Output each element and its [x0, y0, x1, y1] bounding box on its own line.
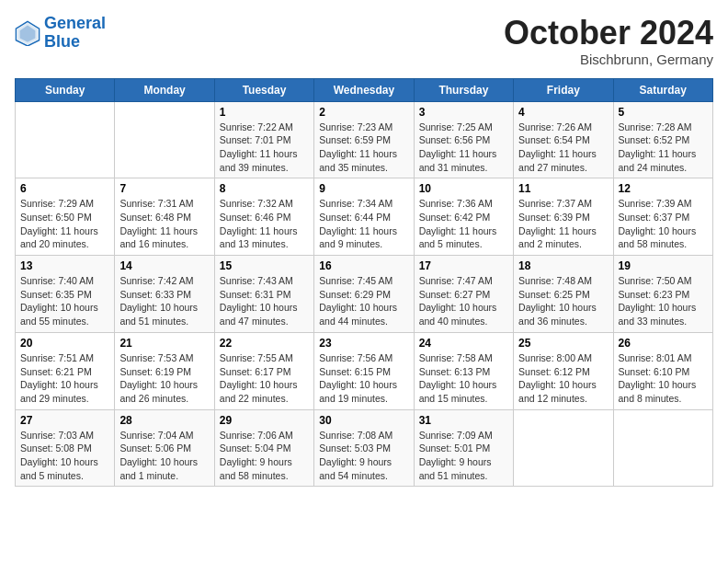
calendar-cell: 16Sunrise: 7:45 AM Sunset: 6:29 PM Dayli… [314, 256, 414, 333]
weekday-header: Friday [514, 78, 613, 101]
location: Bischbrunn, Germany [504, 52, 713, 67]
weekday-header: Wednesday [314, 78, 414, 101]
day-number: 15 [220, 259, 309, 272]
day-number: 4 [518, 106, 608, 119]
calendar-cell: 19Sunrise: 7:50 AM Sunset: 6:23 PM Dayli… [613, 256, 712, 333]
calendar-cell: 14Sunrise: 7:42 AM Sunset: 6:33 PM Dayli… [115, 256, 214, 333]
day-number: 28 [119, 414, 209, 427]
calendar-cell [514, 409, 613, 487]
day-number: 13 [20, 259, 109, 272]
calendar-cell: 15Sunrise: 7:43 AM Sunset: 6:31 PM Dayli… [214, 256, 313, 333]
day-info: Sunrise: 7:36 AM Sunset: 6:42 PM Dayligh… [419, 197, 508, 251]
calendar-cell: 5Sunrise: 7:28 AM Sunset: 6:52 PM Daylig… [613, 101, 712, 178]
day-number: 1 [220, 106, 309, 119]
day-number: 14 [119, 259, 209, 272]
day-info: Sunrise: 7:25 AM Sunset: 6:56 PM Dayligh… [419, 121, 508, 175]
day-number: 23 [319, 337, 408, 350]
calendar-week-row: 1Sunrise: 7:22 AM Sunset: 7:01 PM Daylig… [16, 101, 713, 178]
calendar-cell: 20Sunrise: 7:51 AM Sunset: 6:21 PM Dayli… [16, 332, 115, 409]
calendar-cell: 3Sunrise: 7:25 AM Sunset: 6:56 PM Daylig… [414, 101, 513, 178]
calendar-cell: 30Sunrise: 7:08 AM Sunset: 5:03 PM Dayli… [314, 409, 414, 487]
day-info: Sunrise: 7:09 AM Sunset: 5:01 PM Dayligh… [419, 429, 508, 483]
day-info: Sunrise: 8:00 AM Sunset: 6:12 PM Dayligh… [518, 351, 608, 406]
day-number: 11 [518, 182, 608, 195]
day-info: Sunrise: 7:55 AM Sunset: 6:17 PM Dayligh… [220, 351, 309, 406]
calendar-table: SundayMondayTuesdayWednesdayThursdayFrid… [15, 78, 713, 488]
day-info: Sunrise: 7:04 AM Sunset: 5:06 PM Dayligh… [119, 429, 209, 483]
calendar-week-row: 13Sunrise: 7:40 AM Sunset: 6:35 PM Dayli… [16, 256, 713, 333]
weekday-header: Thursday [414, 78, 513, 101]
day-number: 10 [419, 182, 508, 195]
calendar-cell: 9Sunrise: 7:34 AM Sunset: 6:44 PM Daylig… [314, 178, 414, 256]
day-number: 3 [419, 106, 508, 119]
day-number: 16 [319, 259, 408, 272]
day-info: Sunrise: 7:08 AM Sunset: 5:03 PM Dayligh… [319, 429, 408, 483]
day-info: Sunrise: 7:39 AM Sunset: 6:37 PM Dayligh… [619, 197, 708, 251]
calendar-cell [16, 101, 115, 178]
day-number: 7 [119, 182, 209, 195]
day-number: 30 [319, 414, 408, 427]
day-info: Sunrise: 8:01 AM Sunset: 6:10 PM Dayligh… [619, 351, 708, 406]
day-number: 12 [619, 182, 708, 195]
day-number: 18 [518, 259, 608, 272]
day-info: Sunrise: 7:03 AM Sunset: 5:08 PM Dayligh… [20, 429, 109, 483]
weekday-header-row: SundayMondayTuesdayWednesdayThursdayFrid… [16, 78, 713, 101]
calendar-cell: 23Sunrise: 7:56 AM Sunset: 6:15 PM Dayli… [314, 332, 414, 409]
calendar-cell: 21Sunrise: 7:53 AM Sunset: 6:19 PM Dayli… [115, 332, 214, 409]
logo-icon [15, 20, 40, 46]
day-info: Sunrise: 7:31 AM Sunset: 6:48 PM Dayligh… [119, 197, 209, 251]
page-header: GeneralBlue October 2024 Bischbrunn, Ger… [15, 15, 713, 67]
calendar-cell: 17Sunrise: 7:47 AM Sunset: 6:27 PM Dayli… [414, 256, 513, 333]
calendar-cell: 13Sunrise: 7:40 AM Sunset: 6:35 PM Dayli… [16, 256, 115, 333]
day-number: 19 [619, 259, 708, 272]
weekday-header: Saturday [613, 78, 712, 101]
day-info: Sunrise: 7:37 AM Sunset: 6:39 PM Dayligh… [518, 197, 608, 251]
month-title: October 2024 [504, 15, 713, 52]
day-info: Sunrise: 7:34 AM Sunset: 6:44 PM Dayligh… [319, 197, 408, 251]
calendar-cell: 24Sunrise: 7:58 AM Sunset: 6:13 PM Dayli… [414, 332, 513, 409]
calendar-week-row: 6Sunrise: 7:29 AM Sunset: 6:50 PM Daylig… [16, 178, 713, 256]
day-number: 20 [20, 337, 109, 350]
calendar-cell: 22Sunrise: 7:55 AM Sunset: 6:17 PM Dayli… [214, 332, 313, 409]
day-info: Sunrise: 7:23 AM Sunset: 6:59 PM Dayligh… [319, 121, 408, 175]
calendar-cell: 10Sunrise: 7:36 AM Sunset: 6:42 PM Dayli… [414, 178, 513, 256]
day-info: Sunrise: 7:42 AM Sunset: 6:33 PM Dayligh… [119, 274, 209, 328]
day-number: 2 [319, 106, 408, 119]
day-info: Sunrise: 7:50 AM Sunset: 6:23 PM Dayligh… [619, 274, 708, 328]
calendar-cell: 29Sunrise: 7:06 AM Sunset: 5:04 PM Dayli… [214, 409, 313, 487]
calendar-cell: 1Sunrise: 7:22 AM Sunset: 7:01 PM Daylig… [214, 101, 313, 178]
calendar-cell: 31Sunrise: 7:09 AM Sunset: 5:01 PM Dayli… [414, 409, 513, 487]
calendar-body: 1Sunrise: 7:22 AM Sunset: 7:01 PM Daylig… [16, 101, 713, 487]
calendar-cell: 6Sunrise: 7:29 AM Sunset: 6:50 PM Daylig… [16, 178, 115, 256]
day-info: Sunrise: 7:22 AM Sunset: 7:01 PM Dayligh… [220, 121, 309, 175]
day-number: 27 [20, 414, 109, 427]
calendar-cell: 4Sunrise: 7:26 AM Sunset: 6:54 PM Daylig… [514, 101, 613, 178]
logo-text: GeneralBlue [44, 15, 106, 52]
day-info: Sunrise: 7:40 AM Sunset: 6:35 PM Dayligh… [20, 274, 109, 328]
calendar-cell: 26Sunrise: 8:01 AM Sunset: 6:10 PM Dayli… [613, 332, 712, 409]
title-block: October 2024 Bischbrunn, Germany [504, 15, 713, 67]
day-info: Sunrise: 7:45 AM Sunset: 6:29 PM Dayligh… [319, 274, 408, 328]
weekday-header: Monday [115, 78, 214, 101]
day-info: Sunrise: 7:48 AM Sunset: 6:25 PM Dayligh… [518, 274, 608, 328]
day-number: 5 [619, 106, 708, 119]
day-number: 31 [419, 414, 508, 427]
day-info: Sunrise: 7:43 AM Sunset: 6:31 PM Dayligh… [220, 274, 309, 328]
day-info: Sunrise: 7:28 AM Sunset: 6:52 PM Dayligh… [619, 121, 708, 175]
day-info: Sunrise: 7:06 AM Sunset: 5:04 PM Dayligh… [220, 429, 309, 483]
calendar-week-row: 20Sunrise: 7:51 AM Sunset: 6:21 PM Dayli… [16, 332, 713, 409]
calendar-cell: 8Sunrise: 7:32 AM Sunset: 6:46 PM Daylig… [214, 178, 313, 256]
day-number: 26 [619, 337, 708, 350]
calendar-cell: 18Sunrise: 7:48 AM Sunset: 6:25 PM Dayli… [514, 256, 613, 333]
calendar-cell: 2Sunrise: 7:23 AM Sunset: 6:59 PM Daylig… [314, 101, 414, 178]
logo: GeneralBlue [15, 15, 106, 52]
calendar-week-row: 27Sunrise: 7:03 AM Sunset: 5:08 PM Dayli… [16, 409, 713, 487]
day-number: 6 [20, 182, 109, 195]
day-info: Sunrise: 7:56 AM Sunset: 6:15 PM Dayligh… [319, 351, 408, 406]
day-info: Sunrise: 7:51 AM Sunset: 6:21 PM Dayligh… [20, 351, 109, 406]
day-number: 22 [220, 337, 309, 350]
day-number: 29 [220, 414, 309, 427]
weekday-header: Tuesday [214, 78, 313, 101]
calendar-cell: 27Sunrise: 7:03 AM Sunset: 5:08 PM Dayli… [16, 409, 115, 487]
day-info: Sunrise: 7:53 AM Sunset: 6:19 PM Dayligh… [119, 351, 209, 406]
